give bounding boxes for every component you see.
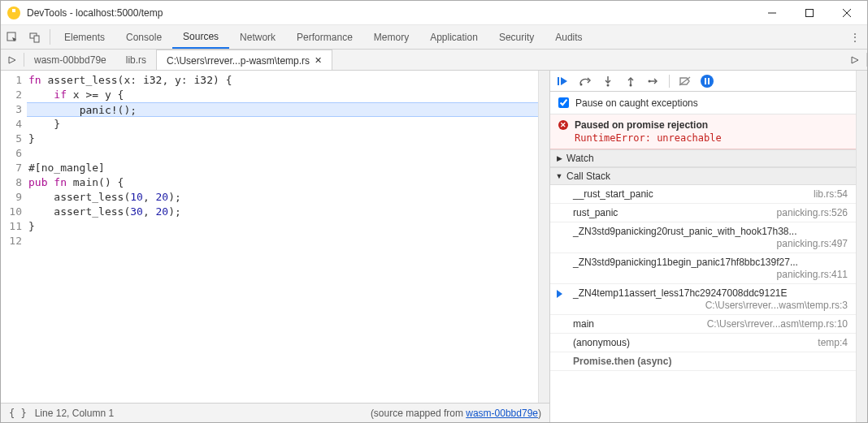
file-tab[interactable]: wasm-00bbd79e — [24, 50, 116, 70]
main-area: 123456789101112 fn assert_less(x: i32, y… — [1, 71, 867, 422]
editor-statusbar: { } Line 12, Column 1 (source mapped fro… — [1, 403, 549, 422]
cursor-position: Line 12, Column 1 — [35, 408, 114, 419]
stack-frame[interactable]: rust_panicpanicking.rs:526 — [550, 204, 856, 222]
panel-tab-network[interactable]: Network — [229, 25, 286, 49]
braces-icon[interactable]: { } — [9, 408, 27, 419]
device-toggle-icon[interactable] — [24, 25, 46, 49]
line-gutter: 123456789101112 — [1, 71, 27, 403]
step-out-icon[interactable] — [623, 74, 638, 88]
close-button[interactable] — [828, 1, 866, 25]
pause-on-caught-checkbox[interactable] — [558, 97, 569, 108]
minimize-button[interactable] — [753, 1, 791, 25]
svg-rect-2 — [806, 9, 814, 16]
pause-banner-message: RuntimeError: unreachable — [575, 132, 848, 144]
stack-frame[interactable]: _ZN3std9panicking20rust_panic_with_hook1… — [550, 222, 856, 253]
step-icon[interactable] — [646, 74, 661, 88]
svg-point-11 — [607, 84, 610, 86]
editor-pane: 123456789101112 fn assert_less(x: i32, y… — [1, 71, 550, 422]
inspect-icon[interactable] — [1, 25, 24, 49]
debug-toolbar — [550, 71, 856, 92]
maximize-button[interactable] — [791, 1, 828, 25]
window-title: DevTools - localhost:5000/temp — [27, 7, 753, 19]
callstack-frames: __rust_start_paniclib.rs:54rust_panicpan… — [550, 185, 856, 422]
stack-frame[interactable]: _ZN3std9panicking11begin_panic17hf8bbc13… — [550, 253, 856, 284]
stack-frame[interactable]: _ZN4temp11assert_less17hc29247008ddc9121… — [550, 284, 856, 315]
pause-on-exceptions-icon[interactable] — [701, 75, 714, 88]
window-titlebar: DevTools - localhost:5000/temp — [1, 1, 867, 25]
svg-point-9 — [580, 83, 583, 85]
pause-on-caught-row[interactable]: Pause on caught exceptions — [550, 92, 856, 114]
editor-scrollbar[interactable] — [538, 71, 549, 403]
panel-tab-memory[interactable]: Memory — [363, 25, 419, 49]
source-editor[interactable]: 123456789101112 fn assert_less(x: i32, y… — [1, 71, 549, 403]
svg-rect-8 — [558, 77, 559, 85]
source-map-link[interactable]: wasm-00bbd79e — [466, 408, 538, 419]
panel-tab-console[interactable]: Console — [115, 25, 172, 49]
stack-frame[interactable]: __rust_start_paniclib.rs:54 — [550, 185, 856, 204]
panel-tab-elements[interactable]: Elements — [54, 25, 115, 49]
pause-banner-title: Paused on promise rejection — [575, 119, 708, 131]
stack-frame[interactable]: (anonymous)temp:4 — [550, 334, 856, 352]
panel-tabs: ElementsConsoleSourcesNetworkPerformance… — [54, 25, 843, 49]
debugger-pane: Pause on caught exceptions ✕ Paused on p… — [550, 71, 867, 422]
panel-tab-application[interactable]: Application — [419, 25, 488, 49]
pause-banner: ✕ Paused on promise rejection RuntimeErr… — [550, 114, 856, 149]
file-tab[interactable]: C:\Users\rrever...p-wasm\temp.rs✕ — [156, 50, 332, 70]
file-tabs: wasm-00bbd79elib.rsC:\Users\rrever...p-w… — [24, 50, 844, 70]
file-tabbar: wasm-00bbd79elib.rsC:\Users\rrever...p-w… — [1, 50, 867, 71]
panel-tab-security[interactable]: Security — [488, 25, 545, 49]
deactivate-breakpoints-icon[interactable] — [678, 74, 692, 88]
close-icon[interactable]: ✕ — [315, 55, 322, 66]
file-tab[interactable]: lib.rs — [116, 50, 156, 70]
pause-on-caught-label: Pause on caught exceptions — [575, 97, 698, 109]
panel-tab-sources[interactable]: Sources — [172, 25, 229, 49]
async-boundary: Promise.then (async) — [550, 352, 856, 371]
resume-icon[interactable] — [555, 74, 570, 88]
show-navigator-icon[interactable] — [1, 50, 24, 70]
panel-tab-audits[interactable]: Audits — [545, 25, 592, 49]
more-icon[interactable]: ⋮ — [843, 25, 867, 49]
panel-tab-performance[interactable]: Performance — [286, 25, 363, 49]
error-icon: ✕ — [558, 120, 568, 130]
stack-frame[interactable]: mainC:\Users\rrever...asm\temp.rs:10 — [550, 315, 856, 334]
app-icon — [7, 6, 20, 19]
svg-point-15 — [649, 80, 651, 82]
svg-rect-7 — [34, 36, 39, 42]
source-mapped-label: (source mapped from wasm-00bbd79e) — [371, 408, 541, 419]
sidebar-scrollbar[interactable] — [856, 71, 867, 422]
step-into-icon[interactable] — [601, 74, 615, 88]
code-area[interactable]: fn assert_less(x: i32, y: i32) { if x >=… — [27, 71, 538, 403]
svg-point-13 — [630, 84, 632, 86]
svg-rect-0 — [12, 9, 15, 12]
panel-tabbar: ElementsConsoleSourcesNetworkPerformance… — [1, 25, 867, 50]
callstack-section-header[interactable]: ▼Call Stack — [550, 167, 856, 185]
watch-section-header[interactable]: ▶Watch — [550, 149, 856, 167]
step-over-icon[interactable] — [578, 74, 592, 88]
drawer-toggle-icon[interactable] — [844, 50, 866, 70]
